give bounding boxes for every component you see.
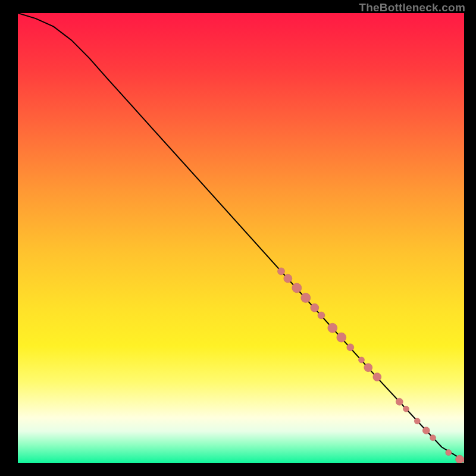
marker-dot — [347, 344, 354, 351]
attribution-text: TheBottleneck.com — [359, 1, 465, 14]
marker-dot — [337, 333, 346, 342]
marker-dot — [284, 274, 292, 283]
marker-dot — [446, 450, 452, 456]
marker-dot — [328, 323, 337, 333]
chart-svg — [18, 13, 464, 463]
marker-dot — [311, 303, 319, 312]
marker-dot — [403, 406, 409, 412]
marker-dot — [396, 398, 403, 405]
marker-dot — [414, 418, 420, 424]
chart-stage: { "attribution": "TheBottleneck.com", "c… — [0, 0, 476, 476]
marker-dot — [456, 455, 464, 463]
plot-area — [18, 13, 464, 463]
marker-dot — [422, 427, 430, 434]
marker-dot — [430, 435, 436, 441]
marker-dot — [292, 283, 302, 293]
curve-line — [18, 13, 464, 461]
marker-dot — [278, 268, 285, 275]
marker-dot — [301, 293, 311, 303]
markers-group — [278, 268, 465, 463]
marker-dot — [359, 357, 365, 363]
marker-dot — [318, 312, 325, 319]
marker-dot — [373, 373, 381, 381]
marker-dot — [364, 364, 372, 372]
